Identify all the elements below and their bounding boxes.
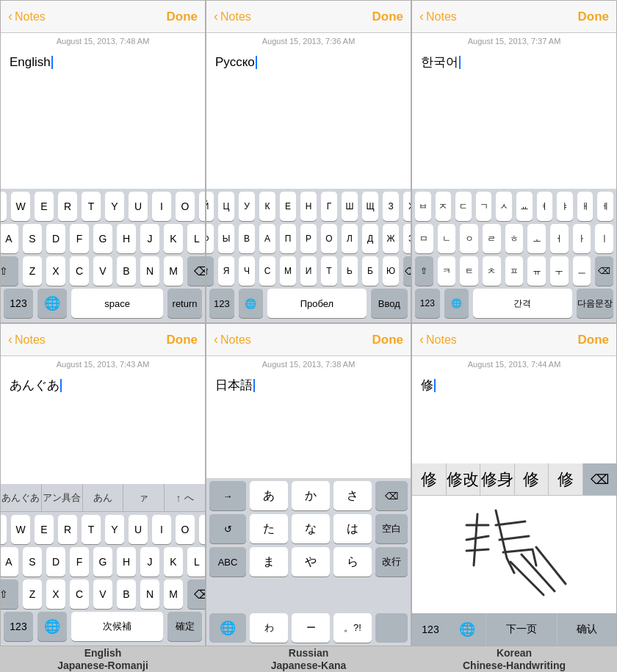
key-G[interactable]: G [93, 547, 112, 577]
back-button-chinese-handwriting[interactable]: ‹ Notes [419, 332, 457, 347]
key-Y[interactable]: Y [105, 515, 124, 544]
done-button-korean[interactable]: Done [578, 10, 610, 24]
kana-key-か[interactable]: か [292, 481, 330, 510]
key-R[interactable]: R [58, 192, 77, 221]
num-key[interactable]: 123 [415, 289, 440, 318]
key-Ш[interactable]: Ш [342, 192, 358, 221]
key-T[interactable]: T [82, 192, 101, 221]
key-S[interactable]: S [23, 547, 42, 577]
key-ㅡ[interactable]: ㅡ [573, 256, 591, 286]
kana-key-あ[interactable]: あ [250, 481, 288, 510]
space-key[interactable]: 간격 [473, 289, 571, 318]
key-О[interactable]: О [321, 224, 337, 253]
kana-key-は[interactable]: は [333, 514, 372, 543]
kana-key-た[interactable]: た [250, 514, 288, 543]
return-key[interactable]: return [167, 289, 202, 318]
key-Q[interactable]: Q [0, 192, 7, 221]
punct-key[interactable]: ー [292, 613, 330, 643]
key-F[interactable]: F [70, 224, 89, 253]
key-ㅈ[interactable]: ㅈ [436, 192, 452, 221]
return-key[interactable]: Ввод [371, 289, 408, 318]
key-D[interactable]: D [46, 547, 65, 577]
key-К[interactable]: К [259, 192, 275, 221]
key-Ч[interactable]: Ч [239, 256, 255, 286]
done-button-japanese-romanji[interactable]: Done [167, 333, 198, 347]
space-key[interactable]: space [71, 289, 163, 318]
key-ㄷ[interactable]: ㄷ [455, 192, 472, 221]
key-C[interactable]: C [70, 579, 89, 609]
suggestion-0[interactable]: あんぐあ [1, 484, 42, 511]
done-button-russian[interactable]: Done [372, 10, 404, 24]
hw-confirm[interactable]: 确认 [558, 613, 616, 646]
key-Х[interactable]: Х [403, 192, 411, 221]
key-ㅕ[interactable]: ㅕ [537, 192, 553, 221]
key-P[interactable]: P [199, 192, 206, 221]
key-ㅜ[interactable]: ㅜ [550, 256, 569, 286]
convert-key[interactable] [375, 613, 408, 643]
key-ㅏ[interactable]: ㅏ [573, 224, 591, 253]
key-ㅇ[interactable]: ㅇ [460, 224, 478, 253]
key-Q[interactable]: Q [0, 515, 7, 544]
back-button-japanese-kana[interactable]: ‹ Notes [214, 332, 251, 347]
delete-key[interactable]: ⌫ [403, 256, 411, 286]
key-ㅌ[interactable]: ㅌ [460, 256, 478, 286]
key-K[interactable]: K [164, 224, 183, 253]
key-ㅎ[interactable]: ㅎ [505, 224, 524, 253]
key-E[interactable]: E [35, 192, 54, 221]
key-V[interactable]: V [93, 256, 112, 286]
kana-key-→[interactable]: → [209, 481, 246, 510]
key-I[interactable]: I [152, 192, 171, 221]
shift-key[interactable]: ⇧ [0, 256, 18, 286]
kana-key-な[interactable]: な [292, 514, 330, 543]
key-Z[interactable]: Z [23, 256, 42, 286]
key-ㅗ[interactable]: ㅗ [527, 224, 546, 253]
hw-canvas[interactable] [412, 496, 616, 613]
shift-key[interactable]: ⇧ [415, 256, 433, 286]
key-Э[interactable]: Э [403, 224, 411, 253]
key-S[interactable]: S [23, 224, 42, 253]
key-М[interactable]: М [280, 256, 296, 286]
suggestion-1[interactable]: アン具合 [42, 484, 83, 511]
done-button-chinese-handwriting[interactable]: Done [578, 333, 610, 347]
key-ㄴ[interactable]: ㄴ [438, 224, 456, 253]
key-А[interactable]: А [259, 224, 275, 253]
back-button-english[interactable]: ‹ Notes [8, 9, 46, 24]
kana-key-空白[interactable]: 空白 [375, 514, 408, 543]
key-W[interactable]: W [11, 192, 30, 221]
key-ㅔ[interactable]: ㅔ [597, 192, 613, 221]
key-A[interactable]: A [0, 547, 18, 577]
note-content-russian[interactable]: Русско [206, 48, 411, 189]
note-content-chinese-handwriting[interactable]: 修 [412, 371, 616, 463]
key-A[interactable]: A [0, 224, 18, 253]
punct2-key[interactable]: 。?! [333, 613, 372, 643]
note-content-korean[interactable]: 한국어 [412, 48, 616, 189]
key-Ф[interactable]: Ф [206, 224, 214, 253]
key-ㅂ[interactable]: ㅂ [415, 192, 431, 221]
key-K[interactable]: K [164, 547, 183, 577]
shift-key[interactable]: ⇧ [0, 579, 18, 609]
key-ㅋ[interactable]: ㅋ [438, 256, 456, 286]
space-key[interactable]: 次候補 [71, 612, 163, 641]
hw-char-1[interactable]: 修改 [447, 463, 481, 495]
key-X[interactable]: X [46, 256, 65, 286]
hw-char-4[interactable]: 修 [549, 463, 583, 495]
kana-key-や[interactable]: や [292, 547, 330, 577]
kana-key-ABC[interactable]: ABC [209, 547, 246, 577]
key-Ю[interactable]: Ю [383, 256, 399, 286]
key-ㅠ[interactable]: ㅠ [527, 256, 546, 286]
key-ㅓ[interactable]: ㅓ [550, 224, 569, 253]
suggestion-3[interactable]: ァ [123, 484, 165, 511]
key-N[interactable]: N [140, 256, 159, 286]
suggestion-2[interactable]: あん [83, 484, 124, 511]
key-Р[interactable]: Р [300, 224, 317, 253]
key-Y[interactable]: Y [105, 192, 124, 221]
key-Ж[interactable]: Ж [383, 224, 399, 253]
key-Щ[interactable]: Щ [362, 192, 378, 221]
suggestion-4[interactable]: ↑ へ [165, 484, 205, 511]
done-button-english[interactable]: Done [167, 10, 198, 24]
num-key[interactable]: 123 [4, 612, 33, 641]
kana-key-さ[interactable]: さ [333, 481, 372, 510]
key-ㅛ[interactable]: ㅛ [516, 192, 533, 221]
key-З[interactable]: З [383, 192, 399, 221]
key-Д[interactable]: Д [362, 224, 378, 253]
